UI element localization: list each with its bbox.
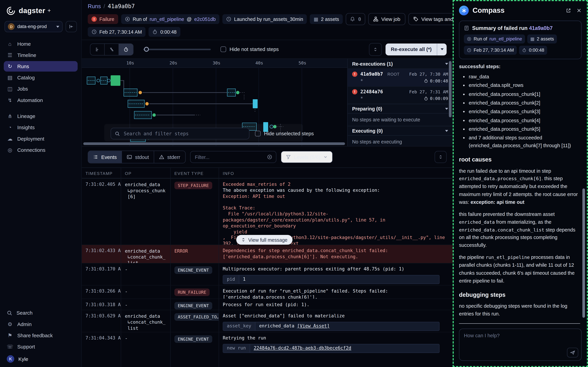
assets-grid-icon: ▦ [314,16,318,22]
run-id[interactable]: 22484a76 [360,89,383,94]
event-log-row[interactable]: 7:31:03.629 AMenriched_data↳concat_chunk… [82,310,452,332]
sidebar-item-catalog[interactable]: ▤Catalog [4,72,77,83]
run-id[interactable]: 41a9a0b7 [360,71,383,77]
sidebar-item-timeline[interactable]: ☰Timeline [4,50,77,60]
hide-unselected-checkbox[interactable]: Hide unselected steps [255,131,314,136]
user-name: Kyle [18,356,28,362]
event-timestamp: 7:31:02.405 AM [82,179,121,245]
event-type-cell: ENGINE_EVENT [171,263,219,285]
compass-paragraph: this failure prevented the downstream as… [459,210,580,250]
re-execute-options-button[interactable] [437,43,447,55]
sidebar-item-support[interactable]: ☏Support [4,341,77,352]
sort-order-button[interactable] [435,151,447,163]
breadcrumb-separator: / [103,3,105,9]
status-badge: ! Failure [88,14,118,24]
hide-not-started-checkbox[interactable]: Hide not started steps [221,46,279,52]
sidebar-item-lineage[interactable]: ⋔Lineage [4,111,77,121]
deployment-avatar: D [8,23,15,30]
sidebar-item-search[interactable]: Search [4,308,77,318]
event-log-row[interactable]: 7:31:03.318 AM-ENGINE_EVENTProcess for r… [82,299,452,310]
event-info: Multiprocess executor: parent process ex… [219,263,452,285]
re-executions-scrollbar[interactable] [449,61,451,117]
summary-run-id[interactable]: 41a9a0b7 [529,25,553,31]
event-log-row[interactable]: 7:31:03.266 AM-RUN_FAILUREExecution of r… [82,285,452,299]
info-line: Multiprocess executor: parent process ex… [223,266,450,272]
clear-filter-icon[interactable] [267,154,272,160]
waterfall-view-button[interactable] [105,44,119,55]
compass-input[interactable] [459,329,581,360]
timed-view-button[interactable] [119,44,133,55]
sidebar-item-connections[interactable]: ◎Connections [4,145,77,155]
expand-panel-button[interactable] [369,43,382,56]
checkbox-box[interactable] [255,131,261,136]
sidebar-item-deployment[interactable]: ☁Deployment [4,133,77,144]
re-executions-header[interactable]: Re-executions (1) [348,59,452,69]
sidebar-item-jobs[interactable]: ◫Jobs [4,84,77,94]
compass-heading: debugging steps [459,290,580,299]
compass-message-body: successful steps:raw_dataenriched_data.s… [454,59,587,325]
summary-run-of-badge: Run of run_etl_pipeline [464,34,525,43]
run-duration: 0:00:09 [424,96,448,101]
event-log-row[interactable]: 7:31:02.433 AMenriched_data↳concat_chunk… [82,245,452,263]
view-job-button[interactable]: View job [368,13,405,25]
sidebar-item-share-feedback[interactable]: ⚑Share feedback [4,330,77,341]
checkbox-box[interactable] [221,46,226,52]
summary-pipeline-link[interactable]: run_etl_pipeline [489,36,522,42]
levels-dropdown[interactable]: Levels (5/6) [281,151,333,163]
metadata-link[interactable]: 22484a76-dcd2-487b-aeb3-db3bece6cf2d [254,345,351,351]
main-content: Runs / 41a9a0b7 ! Failure Run of run_etl… [82,0,452,367]
view-full-message-button[interactable]: View full message [236,235,292,245]
steps-search-box[interactable] [111,128,249,139]
tab-stderr[interactable]: stderr [154,151,185,163]
slider-knob[interactable] [144,47,149,51]
sidebar-item-insights[interactable]: ◔Insights [4,122,77,133]
sidebar-item-home[interactable]: ⌂Home [4,39,77,49]
run-of-badge[interactable]: Run of run_etl_pipeline @ e2c051db [121,14,219,24]
sidebar-item-admin[interactable]: ⚙Admin [4,319,77,329]
collapse-sidebar-button[interactable] [66,21,77,32]
tab-stdout[interactable]: stdout [122,151,154,163]
run-duration: 0:00:48 [160,29,177,35]
pipeline-link[interactable]: run_etl_pipeline [150,16,184,22]
steps-search-input[interactable] [123,130,245,137]
logo: dagster + [0,5,81,21]
gantt-horizontal-scrollbar[interactable] [83,142,345,145]
re-execute-all-button[interactable]: Re-execute all (*) [385,43,437,55]
sidebar-item-runs[interactable]: ↻Runs [4,61,77,72]
launched-by-label: Launched by run_assets_30min [234,16,303,22]
sidebar-item-automation[interactable]: ↯Automation [4,95,77,105]
alerts-button[interactable]: 0 [346,13,365,25]
filter-input[interactable] [194,154,264,160]
preparing-header[interactable]: Preparing (0) [348,104,452,114]
chevron-down-icon [445,63,448,65]
close-icon[interactable] [576,8,582,13]
event-log-row[interactable]: 7:31:04.343 AM-ENGINE_EVENTRetrying the … [82,332,452,367]
event-log-row[interactable]: 7:31:03.170 AM-ENGINE_EVENTMultiprocess … [82,263,452,285]
run-summary-card[interactable]: Summary of failed run 41a9a0b7 Run of ru… [459,21,582,59]
re-execution-run[interactable]: !41a9a0b7ROOTFeb 27, 7:30 AM*0:00:48 [348,69,452,87]
event-timestamp: 7:31:04.343 AM [82,332,121,367]
deployment-switcher[interactable]: D data-eng-prod [4,21,63,32]
info-line: Asset ["enriched_data"] failed to materi… [223,313,450,319]
assets-badge[interactable]: ▦ 2 assets [310,14,343,24]
executing-header[interactable]: Executing (0) [348,126,452,136]
logo-plus: + [47,7,51,13]
run-header: Runs / 41a9a0b7 ! Failure Run of run_etl… [82,0,452,40]
send-button[interactable] [567,348,578,357]
re-execution-run[interactable]: !22484a76Feb 27, 7:31 AM*0:00:09 [348,86,452,104]
commit-link[interactable]: e2c051db [194,16,216,22]
launched-by-badge[interactable]: Launched by run_assets_30min [222,14,307,24]
metadata-value: enriched_data [View Asset] [255,322,333,330]
metadata-link[interactable]: [View Asset] [297,323,330,329]
event-log-row[interactable]: 7:31:02.405 AMenriched_data↳process_chun… [82,178,452,245]
sidebar-user[interactable]: K Kyle [0,352,81,363]
compass-scrollbar[interactable] [582,189,585,318]
tab-events[interactable]: Events [88,151,122,163]
gantt-chart[interactable]: Hide unselected steps [82,68,347,146]
breadcrumb-runs-link[interactable]: Runs [88,3,101,9]
open-in-new-icon[interactable] [566,8,571,13]
zoom-slider[interactable] [143,47,211,52]
filter-box[interactable] [190,151,276,163]
search-icon [7,310,12,316]
flat-view-button[interactable] [90,44,105,55]
